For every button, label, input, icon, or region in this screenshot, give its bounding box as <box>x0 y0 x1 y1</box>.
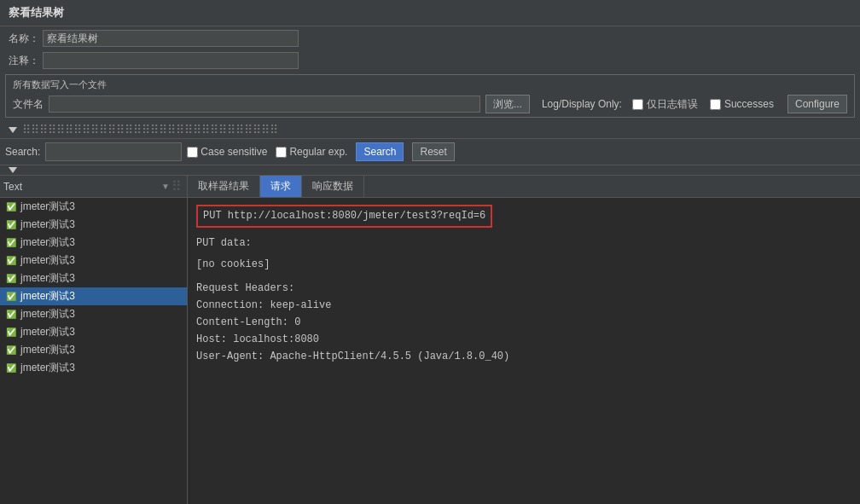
tree-item-label: jmeter测试3 <box>20 289 75 304</box>
tab-request[interactable]: 请求 <box>260 176 302 197</box>
column-resize-handle[interactable]: ⠿ <box>170 178 183 194</box>
page-title: 察看结果树 <box>9 5 851 20</box>
text-column-header: Text <box>3 181 161 193</box>
tab-sampler-result[interactable]: 取样器结果 <box>188 176 260 197</box>
drag-handle: ⠿⠿⠿⠿⠿⠿⠿⠿⠿⠿⠿⠿⠿⠿⠿⠿⠿⠿⠿⠿⠿⠿⠿⠿⠿⠿⠿⠿⠿⠿ <box>20 123 280 136</box>
search-label: Search: <box>5 146 40 158</box>
tree-item-label: jmeter测试3 <box>20 253 75 268</box>
tree-list: jmeter测试3jmeter测试3jmeter测试3jmeter测试3jmet… <box>0 198 187 504</box>
configure-button[interactable]: Configure <box>787 95 847 113</box>
tree-item-label: jmeter测试3 <box>20 217 75 232</box>
case-sensitive-label: Case sensitive <box>200 146 267 158</box>
case-sensitive-checkbox[interactable] <box>187 147 198 158</box>
file-name-label: 文件名 <box>13 97 44 112</box>
name-input[interactable] <box>43 30 299 47</box>
header-line: Host: localhost:8080 <box>196 332 851 348</box>
tree-item-label: jmeter测试3 <box>20 307 75 322</box>
shield-icon <box>5 362 17 374</box>
name-label: 名称： <box>9 32 43 46</box>
request-headers-label: Request Headers: <box>196 281 851 297</box>
collapse-arrow2[interactable] <box>9 167 17 173</box>
tree-item[interactable]: jmeter测试3 <box>0 234 187 252</box>
shield-icon <box>5 273 17 285</box>
header-line: User-Agent: Apache-HttpClient/4.5.5 (Jav… <box>196 349 851 365</box>
no-cookies: [no cookies] <box>196 257 851 273</box>
put-data-label: PUT data: <box>196 235 851 252</box>
tree-item[interactable]: jmeter测试3 <box>0 305 187 323</box>
regular-exp-label: Regular exp. <box>289 146 347 158</box>
regular-exp-checkbox[interactable] <box>276 147 287 158</box>
shield-icon <box>5 345 17 356</box>
tab-response-data[interactable]: 响应数据 <box>302 176 364 197</box>
tree-item-label: jmeter测试3 <box>20 343 75 357</box>
request-url: PUT http://localhost:8080/jmeter/test3?r… <box>196 205 492 228</box>
tree-item[interactable]: jmeter测试3 <box>0 323 187 341</box>
shield-icon <box>5 309 17 321</box>
tree-item-label: jmeter测试3 <box>20 235 75 250</box>
tree-item[interactable]: jmeter测试3 <box>0 341 187 359</box>
tree-item-label: jmeter测试3 <box>20 200 75 214</box>
sort-icon: ▼ <box>161 182 170 191</box>
comment-label: 注释： <box>9 54 43 68</box>
tree-item-label: jmeter测试3 <box>20 325 75 339</box>
tree-item[interactable]: jmeter测试3 <box>0 287 187 305</box>
tree-item[interactable]: jmeter测试3 <box>0 252 187 269</box>
request-content-area: PUT http://localhost:8080/jmeter/test3?r… <box>188 198 860 504</box>
tree-item[interactable]: jmeter测试3 <box>0 269 187 287</box>
headers-container: Connection: keep-aliveContent-Length: 0H… <box>196 298 851 366</box>
tree-item[interactable]: jmeter测试3 <box>0 198 187 216</box>
browse-button[interactable]: 浏览... <box>485 95 530 113</box>
log-errors-checkbox[interactable] <box>632 99 643 110</box>
shield-icon <box>5 255 17 267</box>
file-section-title: 所有数据写入一个文件 <box>13 78 847 91</box>
tree-item[interactable]: jmeter测试3 <box>0 359 187 377</box>
log-errors-label: 仅日志错误 <box>647 97 698 112</box>
file-name-input[interactable] <box>49 96 480 113</box>
log-display-label: Log/Display Only: <box>542 98 622 110</box>
search-input[interactable] <box>45 142 182 161</box>
shield-icon <box>5 201 17 213</box>
reset-button[interactable]: Reset <box>412 142 454 161</box>
header-line: Content-Length: 0 <box>196 315 851 331</box>
successes-checkbox[interactable] <box>710 99 721 110</box>
collapse-arrow[interactable] <box>9 127 17 133</box>
tree-item-label: jmeter测试3 <box>20 271 75 286</box>
shield-icon <box>5 291 17 303</box>
comment-input[interactable] <box>43 52 299 69</box>
tabs-bar: 取样器结果 请求 响应数据 <box>188 176 860 198</box>
header-line: Connection: keep-alive <box>196 298 851 314</box>
shield-icon <box>5 219 17 231</box>
successes-label: Successes <box>724 98 774 110</box>
tree-item[interactable]: jmeter测试3 <box>0 216 187 234</box>
shield-icon <box>5 237 17 249</box>
search-button[interactable]: Search <box>356 142 404 161</box>
shield-icon <box>5 327 17 339</box>
tree-item-label: jmeter测试3 <box>20 361 75 375</box>
